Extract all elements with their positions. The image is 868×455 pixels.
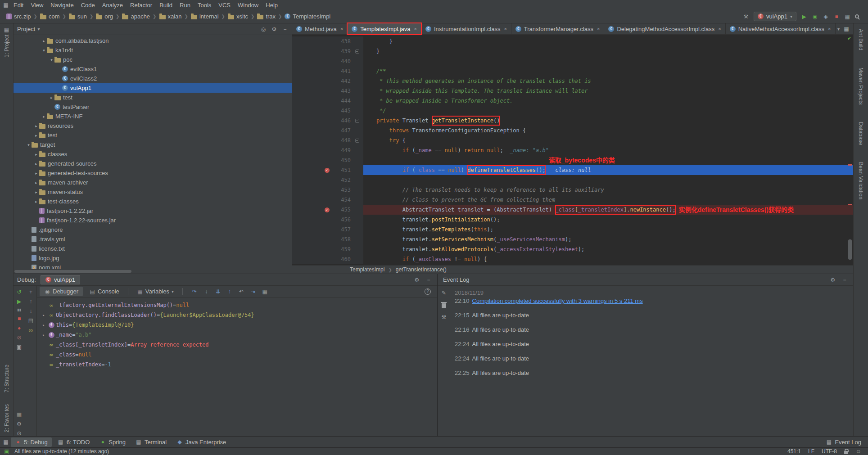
project-tree-item-test[interactable]: ▸test <box>14 93 292 102</box>
toolwindow-button-java-enterprise[interactable]: ◆Java Enterprise <box>172 437 230 447</box>
scrollbar-thumb[interactable] <box>14 270 131 273</box>
gutter[interactable]: 448− <box>292 135 363 145</box>
pause-button[interactable]: ▮▮ <box>16 308 23 312</box>
encoding[interactable]: UTF-8 <box>822 448 837 455</box>
gutter[interactable]: 453 <box>292 185 363 195</box>
close-icon[interactable]: × <box>340 26 343 32</box>
tree-expand-arrow[interactable]: ▾ <box>26 143 32 147</box>
project-tree-item-generated-sources[interactable]: ▸generated-sources <box>14 159 292 168</box>
gutter[interactable]: 458 <box>292 234 363 244</box>
project-tree-item-com-alibaba-fastjson[interactable]: ▸com.alibaba.fastjson <box>14 36 292 45</box>
gutter[interactable]: 446− <box>292 116 363 126</box>
gutter[interactable]: 451 <box>292 165 363 175</box>
build-hammer-icon[interactable]: ⚒ <box>743 14 749 19</box>
resume-button[interactable]: ▶ <box>16 299 23 304</box>
menu-edit[interactable]: Edit <box>10 1 27 9</box>
project-tree-item-resources[interactable]: ▸resources <box>14 121 292 131</box>
tree-expand-arrow[interactable]: ▸ <box>33 180 39 185</box>
project-tree-item-test-classes[interactable]: ▸test-classes <box>14 197 292 206</box>
gutter[interactable]: 439− <box>292 46 363 56</box>
drop-frame-button[interactable]: ↶ <box>238 289 244 294</box>
stop-button[interactable]: ■ <box>833 14 840 19</box>
mute-breakpoints-button[interactable]: ⊘ <box>16 335 23 340</box>
tool-button-project[interactable]: ▦ 1: Project <box>4 27 10 58</box>
variable-row-this[interactable]: ▸this = {TemplatesImpl@710} <box>41 320 437 330</box>
debug-tab-debugger[interactable]: ◉Debugger <box>40 287 83 296</box>
breadcrumb-item-xalan[interactable]: xalan <box>158 12 184 21</box>
breadcrumb-item-com[interactable]: com <box>38 12 62 21</box>
breadcrumb-item-sun[interactable]: sun <box>67 12 89 21</box>
toolwindow-button-terminal[interactable]: ▤Terminal <box>131 437 171 447</box>
run-configuration-select[interactable]: vulApp1▾ <box>754 12 796 21</box>
gutter[interactable]: 457 <box>292 225 363 234</box>
gear-button[interactable]: ⚙ <box>16 421 23 427</box>
editor-tab-delegatingmethodaccessorimpl-class[interactable]: DelegatingMethodAccessorImpl.class× <box>604 23 725 34</box>
project-tree-item-meta-inf[interactable]: ▸META-INF <box>14 112 292 121</box>
search-button[interactable] <box>855 14 859 18</box>
variables-view-tab[interactable]: ▦Variables▾ <box>132 287 178 296</box>
tree-expand-arrow[interactable]: ▸ <box>41 39 47 43</box>
minus-button[interactable]: − <box>841 277 848 283</box>
menu-vcs[interactable]: VCS <box>215 1 234 9</box>
project-tree-item-vulapp1[interactable]: vulApp1 <box>14 83 292 93</box>
tool-button-maven-projects[interactable]: Maven Projects <box>858 68 864 105</box>
expand-arrow[interactable]: ▸ <box>41 323 47 327</box>
run-to-cursor-button[interactable]: ⇥ <box>250 289 256 294</box>
gutter[interactable]: 441 <box>292 66 363 76</box>
project-tree-item-generated-test-sources[interactable]: ▸generated-test-sources <box>14 168 292 178</box>
tree-expand-arrow[interactable]: ▸ <box>33 171 39 176</box>
close-icon[interactable]: × <box>597 26 600 32</box>
pencil-button[interactable]: ✎ <box>441 290 447 296</box>
force-step-into-button[interactable]: ⇊ <box>215 289 221 294</box>
project-tree-item-maven-status[interactable]: ▸maven-status <box>14 187 292 197</box>
breakpoint-icon[interactable] <box>325 168 330 173</box>
coverage-button[interactable]: ◈ <box>823 14 829 19</box>
variable-row-tfactory-getexternalextensionsmap[interactable]: ∞_tfactory.getExternalExtensionsMap() = … <box>41 300 437 310</box>
expand-arrow[interactable]: ▸ <box>41 313 47 317</box>
trash-button[interactable] <box>442 303 446 308</box>
menu-view[interactable]: View <box>27 1 47 9</box>
inspection-status-icon[interactable]: ✔ <box>847 36 851 41</box>
editor-breadcrumb-templatesimpl[interactable]: TemplatesImpl <box>350 266 384 273</box>
project-tree-item-ka1n4t[interactable]: ▾ka1n4t <box>14 45 292 55</box>
editor-tab-method-java[interactable]: Method.java× <box>292 23 348 34</box>
breadcrumb-item-trax[interactable]: trax <box>255 12 277 21</box>
add-button[interactable]: + <box>28 289 34 295</box>
copy-button[interactable]: ▤ <box>28 318 34 323</box>
scrollbar-thumb[interactable] <box>848 239 852 260</box>
close-icon[interactable]: × <box>504 26 506 32</box>
gutter[interactable]: 455 <box>292 205 363 215</box>
tree-expand-arrow[interactable]: ▾ <box>49 58 54 62</box>
variable-row-name[interactable]: ▸_name = "a.b" <box>41 330 437 340</box>
down-button[interactable]: ↓ <box>28 308 34 314</box>
breadcrumb-item-apache[interactable]: apache <box>120 12 152 21</box>
toolwindow-button-event-log[interactable]: ▤Event Log <box>822 437 865 447</box>
chevron-down-icon[interactable]: ▾ <box>837 27 840 32</box>
variable-row-transletindex[interactable]: ∞_transletIndex = -1 <box>41 360 437 369</box>
step-out-button[interactable]: ↑ <box>226 289 233 294</box>
tree-expand-arrow[interactable]: ▾ <box>41 48 47 53</box>
hector-icon[interactable]: ☺ <box>855 449 862 454</box>
gutter[interactable]: 454 <box>292 195 363 205</box>
minus-button[interactable]: − <box>282 27 288 32</box>
close-icon[interactable]: × <box>828 26 831 32</box>
gear-button[interactable]: ⚙ <box>414 277 420 283</box>
menu-navigate[interactable]: Navigate <box>47 1 77 9</box>
expand-arrow[interactable]: ▸ <box>41 333 47 337</box>
error-stripe-mark[interactable] <box>848 164 852 166</box>
gutter[interactable]: 452 <box>292 175 363 185</box>
project-tree-item-travis-yml[interactable]: .travis.yml <box>14 234 292 244</box>
gear-button[interactable]: ⚙ <box>830 277 836 283</box>
project-tree-item-evilclass1[interactable]: evilClass1 <box>14 64 292 74</box>
help-icon[interactable]: ? <box>425 288 431 295</box>
menu-window[interactable]: Window <box>234 1 262 9</box>
watch-button[interactable]: ∞ <box>28 327 34 333</box>
editor-breadcrumb-gettransletinstance[interactable]: getTransletInstance() <box>396 266 447 273</box>
breadcrumb-item-internal[interactable]: internal <box>189 12 221 21</box>
project-tree-item-maven-archiver[interactable]: ▸maven-archiver <box>14 178 292 187</box>
tool-button-favorites[interactable]: 2: Favorites <box>4 404 10 432</box>
editor[interactable]: ✔ 438 }439− }440441 /**442 * This method… <box>292 35 853 265</box>
project-tree-item-test[interactable]: ▸test <box>14 131 292 140</box>
gear-button[interactable]: ⚙ <box>271 27 277 32</box>
event-link[interactable]: Compilation completed successfully with … <box>472 297 643 304</box>
